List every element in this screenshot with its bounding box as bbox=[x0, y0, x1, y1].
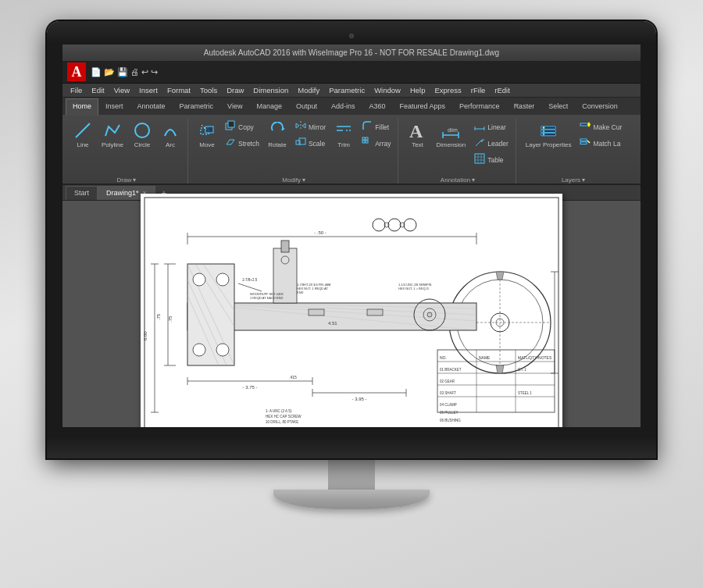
svg-text:1 REQD AT EACH END: 1 REQD AT EACH END bbox=[250, 296, 283, 300]
ribbon-content: Line Polyline bbox=[62, 115, 641, 184]
autocad-logo[interactable] bbox=[67, 62, 86, 81]
svg-text:04 CLAMP: 04 CLAMP bbox=[440, 403, 457, 407]
mirror-button[interactable]: Mirror bbox=[293, 119, 328, 135]
tab-manage[interactable]: Manage bbox=[249, 98, 289, 115]
tab-annotate[interactable]: Annotate bbox=[130, 98, 173, 115]
svg-point-67 bbox=[373, 219, 385, 231]
svg-text:- .50 -: - .50 - bbox=[314, 230, 327, 235]
tab-addins[interactable]: Add-ins bbox=[324, 98, 362, 115]
menu-insert[interactable]: Insert bbox=[134, 84, 162, 97]
copy-label: Copy bbox=[238, 123, 254, 131]
menu-dimension[interactable]: Dimension bbox=[248, 84, 293, 97]
menu-view[interactable]: View bbox=[109, 84, 134, 97]
match-layer-label: Match La bbox=[593, 140, 620, 148]
save-icon[interactable]: 💾 bbox=[117, 67, 128, 77]
match-layer-icon bbox=[580, 137, 591, 151]
menu-window[interactable]: Window bbox=[369, 84, 405, 97]
polyline-button[interactable]: Polyline bbox=[98, 119, 127, 150]
scale-button[interactable]: Scale bbox=[293, 136, 328, 151]
menu-bar: File Edit View Insert Format Tools Draw … bbox=[62, 84, 641, 98]
circle-button[interactable]: Circle bbox=[130, 119, 155, 150]
menu-draw[interactable]: Draw bbox=[222, 84, 248, 97]
dimension-button[interactable]: dim Dimension bbox=[433, 119, 469, 150]
title-bar-text: Autodesk AutoCAD 2016 with WiseImage Pro… bbox=[204, 48, 499, 57]
title-bar: Autodesk AutoCAD 2016 with WiseImage Pro… bbox=[62, 45, 641, 62]
make-current-button[interactable]: Make Cur bbox=[577, 119, 624, 135]
svg-text:01 BRACKET: 01 BRACKET bbox=[440, 368, 462, 372]
menu-help[interactable]: Help bbox=[405, 84, 430, 97]
line-button[interactable]: Line bbox=[70, 119, 95, 150]
menu-edit[interactable]: Edit bbox=[87, 84, 109, 97]
ribbon-group-draw: Line Polyline bbox=[66, 118, 188, 184]
tab-featured[interactable]: Featured Apps bbox=[393, 98, 453, 115]
layers-small-col: Make Cur bbox=[577, 119, 624, 151]
svg-text:03 SHAFT: 03 SHAFT bbox=[440, 391, 456, 395]
linear-button[interactable]: Linear bbox=[472, 119, 510, 135]
trim-button[interactable]: Trim bbox=[331, 119, 356, 150]
menu-file[interactable]: File bbox=[66, 84, 87, 97]
modify-small-col2: Mirror bbox=[293, 119, 328, 151]
svg-text:02 GEAR: 02 GEAR bbox=[440, 380, 455, 383]
copy-icon bbox=[225, 120, 236, 134]
linear-icon bbox=[474, 120, 485, 134]
redo-icon[interactable]: ↪ bbox=[151, 67, 158, 77]
tab-insert[interactable]: Insert bbox=[98, 98, 130, 115]
menu-tools[interactable]: Tools bbox=[195, 84, 222, 97]
tab-parametric[interactable]: Parametric bbox=[173, 98, 221, 115]
table-button[interactable]: Table bbox=[472, 152, 510, 168]
rotate-button[interactable]: Rotate bbox=[265, 119, 290, 150]
stretch-button[interactable]: Stretch bbox=[223, 136, 262, 151]
menu-redit[interactable]: rEdit bbox=[490, 84, 515, 97]
svg-text:END: END bbox=[297, 290, 304, 294]
svg-point-42 bbox=[543, 133, 545, 135]
array-button[interactable]: Array bbox=[359, 136, 393, 151]
menu-express[interactable]: Express bbox=[430, 84, 466, 97]
menu-modify[interactable]: Modify bbox=[293, 84, 324, 97]
move-button[interactable]: Move bbox=[194, 119, 219, 150]
match-layer-button[interactable]: Match La bbox=[577, 136, 624, 151]
text-button[interactable]: A Text bbox=[405, 119, 430, 150]
fillet-button[interactable]: Fillet bbox=[359, 119, 393, 135]
menu-rfile[interactable]: rFile bbox=[466, 84, 490, 97]
svg-text:.415: .415 bbox=[289, 375, 297, 380]
tab-start[interactable]: Start bbox=[66, 186, 98, 200]
arc-button[interactable]: Arc bbox=[158, 119, 183, 150]
ribbon-group-layers: Layer Properties bbox=[518, 118, 630, 184]
mirror-label: Mirror bbox=[309, 123, 326, 131]
layer-properties-button[interactable]: Layer Properties bbox=[523, 119, 575, 150]
tab-raster[interactable]: Raster bbox=[507, 98, 542, 115]
monitor-bezel bbox=[62, 32, 641, 40]
drawing-area[interactable]: NO. NAME MATL/QTY/NOTES 01 BRACKET C.I. … bbox=[62, 201, 641, 427]
start-tab-label: Start bbox=[74, 189, 89, 197]
leader-button[interactable]: Leader bbox=[472, 136, 510, 151]
ribbon-group-annotation: A Text bbox=[400, 118, 516, 184]
tab-view[interactable]: View bbox=[220, 98, 249, 115]
svg-point-130 bbox=[427, 312, 432, 317]
svg-text:.75: .75 bbox=[156, 313, 161, 320]
tab-output[interactable]: Output bbox=[289, 98, 324, 115]
svg-text:05 PULLEY: 05 PULLEY bbox=[440, 411, 459, 415]
menu-parametric[interactable]: Parametric bbox=[324, 84, 369, 97]
svg-point-41 bbox=[543, 130, 545, 132]
tab-home[interactable]: Home bbox=[66, 98, 98, 116]
tab-conversion[interactable]: Conversion bbox=[575, 98, 625, 115]
svg-point-68 bbox=[388, 219, 401, 231]
new-file-icon[interactable]: 📄 bbox=[91, 67, 102, 77]
menu-format[interactable]: Format bbox=[162, 84, 195, 97]
copy-button[interactable]: Copy bbox=[223, 119, 262, 135]
tab-a360[interactable]: A360 bbox=[362, 98, 393, 115]
trim-icon bbox=[334, 121, 353, 140]
svg-text:HEX NUT, 1 = REQ D: HEX NUT, 1 = REQ D bbox=[398, 287, 429, 290]
print-icon[interactable]: 🖨 bbox=[130, 67, 139, 77]
modify-small-col3: Fillet bbox=[359, 119, 393, 151]
svg-rect-19 bbox=[362, 141, 365, 143]
open-icon[interactable]: 📂 bbox=[104, 67, 115, 77]
tab-select[interactable]: Select bbox=[541, 98, 575, 115]
layers-group-label: Layers ▾ bbox=[523, 176, 625, 184]
undo-icon[interactable]: ↩ bbox=[141, 67, 148, 77]
svg-marker-44 bbox=[587, 122, 591, 127]
tab-performance[interactable]: Performance bbox=[452, 98, 507, 115]
ribbon-tabs: Home Insert Annotate Parametric View Man… bbox=[62, 98, 641, 115]
stretch-label: Stretch bbox=[238, 140, 259, 148]
text-label: Text bbox=[412, 141, 423, 148]
